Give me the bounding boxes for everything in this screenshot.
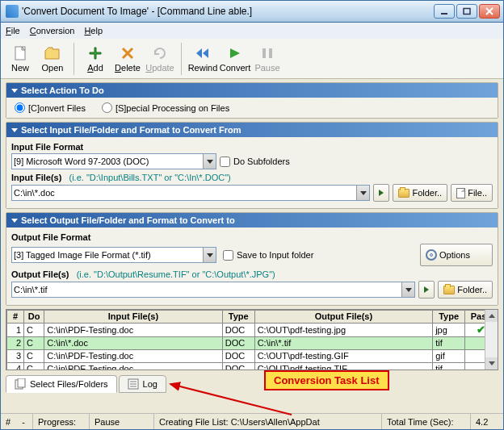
app-icon [6,5,19,18]
save-input-folder-checkbox[interactable]: Save to Input folder [223,250,313,261]
pause-icon [259,45,275,61]
status-message: Creating File List: C:\Users\Allen\AppDa… [154,414,382,429]
status-total-label: Total Time (Sec): [382,414,471,429]
input-folder-button[interactable]: Folder.. [393,184,447,202]
chevron-down-icon[interactable] [356,186,369,200]
output-files-field[interactable] [11,282,415,298]
log-icon [128,378,139,390]
svg-rect-11 [18,378,25,387]
status-bar: # - Progress: Pause Creating File List: … [1,413,503,429]
menubar: File Conversion Help [0,23,504,39]
files-icon [15,378,26,390]
input-format-label: Input File Format [11,142,493,152]
radio-special[interactable]: [S]pecial Processing on Files [102,102,229,113]
convert-icon [227,45,243,61]
update-button[interactable]: Update [144,40,176,77]
chevron-down-icon[interactable] [203,154,216,169]
rewind-icon [195,45,211,61]
output-folder-button[interactable]: Folder.. [438,281,493,298]
pause-button[interactable]: Pause [251,40,284,77]
titlebar: 'Convert Document To Image' - [Command L… [0,0,504,23]
output-panel: Select Output File/Folder and Format to … [6,212,498,306]
chevron-down-icon[interactable] [203,248,216,262]
options-button[interactable]: Options [420,244,493,266]
input-files-field[interactable] [11,185,370,201]
new-button[interactable]: New [4,40,36,77]
action-header[interactable]: Select Action To Do [6,83,498,98]
table-row[interactable]: 1CC:\in\PDF-Testing.docDOCC:\OUT\pdf-tes… [7,324,498,337]
svg-rect-8 [269,48,272,58]
open-button[interactable]: Open [36,40,69,77]
tab-select-files[interactable]: Select Files/Folders [6,375,117,393]
bottom-tabs: Select Files/Folders Log Conversion Task… [6,374,498,395]
input-panel: Select Input File/Folder and Format to C… [6,122,498,209]
table-header: #DoInput File(s)TypeOutput File(s)TypePa… [7,311,498,324]
action-panel: Select Action To Do [C]onvert Files [S]p… [6,82,498,119]
menu-file[interactable]: File [6,26,20,35]
output-format-select[interactable] [11,247,216,263]
folder-icon [443,286,455,294]
tab-log[interactable]: Log [119,375,166,393]
input-format-select[interactable] [11,153,216,169]
gear-icon [426,249,437,261]
menu-help[interactable]: Help [84,26,103,35]
rewind-button[interactable]: Rewind [187,40,219,77]
input-header[interactable]: Select Input File/Folder and Format to C… [6,123,498,137]
table-row[interactable]: 3CC:\in\PDF-Testing.docDOCC:\OUT\pdf-tes… [7,350,498,363]
table-row[interactable]: 2CC:\in\*.docDOCC:\in\*.tiftif [7,337,498,350]
svg-rect-7 [262,48,266,58]
play-icon [379,190,384,196]
input-play-button[interactable] [373,184,389,202]
delete-button[interactable]: Delete [111,40,144,77]
window-title: 'Convert Document To Image' - [Command L… [22,6,434,17]
convert-button[interactable]: Convert [219,40,251,77]
menu-conversion[interactable]: Conversion [30,26,75,35]
do-subfolders-checkbox[interactable]: Do Subfolders [220,157,290,167]
table-row[interactable]: 4CC:\in\PDF-Testing.docDOCC:\OUT\pdf-tes… [7,363,498,371]
delete-icon [120,45,136,61]
task-table[interactable]: #DoInput File(s)TypeOutput File(s)TypePa… [6,309,498,370]
status-total-value: 4.2 [471,414,503,429]
output-format-label: Output File Format [11,232,493,242]
close-button[interactable] [479,4,500,19]
add-icon [87,45,103,61]
folder-icon [398,189,410,198]
chevron-down-icon[interactable] [401,282,414,297]
output-header[interactable]: Select Output File/Folder and Format to … [6,213,498,228]
play-icon [424,286,429,293]
open-icon [44,45,61,61]
output-files-label: Output File(s) (i.e. "D:\Output\Resume.T… [11,269,493,279]
scrollbar[interactable] [485,310,498,369]
maximize-button[interactable] [456,4,477,19]
input-file-button[interactable]: File.. [451,184,493,202]
status-pause: Pause [90,414,154,429]
svg-rect-1 [464,9,470,15]
radio-convert[interactable]: [C]onvert Files [15,102,86,113]
new-icon [12,45,28,61]
output-play-button[interactable] [418,281,435,298]
status-progress-label: Progress: [33,414,90,429]
input-files-label: Input File(s) (i.e. "D:\Input\Bills.TXT"… [11,173,493,182]
annotation-callout: Conversion Task List [264,370,389,390]
toolbar: New Open Add Delete Update Rewind Conver… [1,39,503,79]
minimize-button[interactable] [434,4,455,19]
add-button[interactable]: Add [79,40,111,77]
update-icon [152,45,168,61]
file-icon [456,188,465,198]
